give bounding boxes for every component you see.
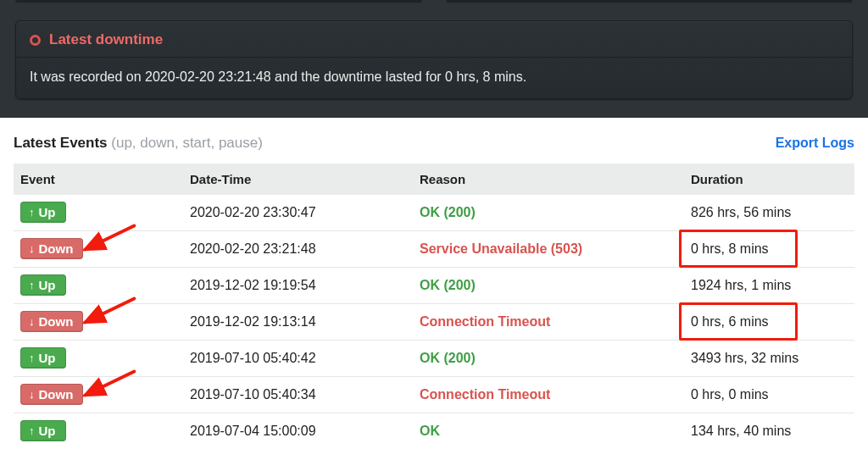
status-badge-down: ↓Down [20,311,83,332]
table-row: ↑Up2019-07-10 05:40:42OK (200)3493 hrs, … [14,341,854,377]
cell-duration: 3493 hrs, 32 mins [684,341,854,377]
stub-left [15,0,422,3]
th-event: Event [14,163,183,195]
latest-downtime-header: Latest downtime [16,21,852,58]
cell-event: ↑Up [14,413,183,450]
record-icon [30,35,41,46]
table-row: ↓Down2020-02-20 23:21:48Service Unavaila… [14,231,854,268]
events-heading: Latest Events (up, down, start, pause) [14,135,263,152]
events-section-header: Latest Events (up, down, start, pause) E… [0,118,868,158]
status-badge-label: Down [39,241,74,256]
events-heading-text: Latest Events [14,135,108,151]
panel-stubs [15,0,853,7]
arrow-up-icon: ↑ [29,352,35,363]
cell-datetime: 2019-07-10 05:40:42 [183,341,413,377]
arrow-down-icon: ↓ [29,316,35,327]
cell-duration: 0 hrs, 8 mins [684,231,854,268]
arrow-up-icon: ↑ [29,425,35,436]
reason-error: Connection Timeout [420,387,550,402]
reason-ok: OK [420,424,440,438]
cell-datetime: 2020-02-20 23:30:47 [183,195,413,231]
cell-reason: OK (200) [413,195,684,231]
reason-ok: OK (200) [420,205,476,219]
cell-reason: Connection Timeout [413,377,684,413]
status-badge-up: ↑Up [20,420,66,441]
cell-reason: OK (200) [413,341,684,377]
table-row: ↑Up2020-02-20 23:30:47OK (200)826 hrs, 5… [14,195,854,231]
arrow-up-icon: ↑ [29,280,35,291]
cell-datetime: 2019-07-10 05:40:34 [183,377,413,413]
events-table: Event Date-Time Reason Duration ↑Up2020-… [14,163,854,449]
latest-downtime-title: Latest downtime [49,31,163,48]
cell-duration: 1924 hrs, 1 mins [684,268,854,304]
arrow-down-icon: ↓ [29,389,35,400]
status-badge-label: Up [39,278,56,292]
cell-datetime: 2019-07-04 15:00:09 [183,413,413,450]
cell-datetime: 2020-02-20 23:21:48 [183,231,413,268]
reason-ok: OK (200) [420,351,476,365]
status-badge-down: ↓Down [20,238,83,259]
cell-event: ↓Down [14,377,183,413]
status-badge-label: Down [39,387,74,402]
cell-duration: 0 hrs, 0 mins [684,377,854,413]
events-table-wrap: Event Date-Time Reason Duration ↑Up2020-… [0,163,868,449]
reason-ok: OK (200) [420,278,476,292]
cell-duration: 826 hrs, 56 mins [684,195,854,231]
arrow-down-icon: ↓ [29,243,35,254]
cell-event: ↑Up [14,268,183,304]
cell-datetime: 2019-12-02 19:13:14 [183,304,413,341]
reason-error: Connection Timeout [420,314,550,329]
cell-event: ↑Up [14,341,183,377]
status-badge-up: ↑Up [20,347,66,368]
export-logs-link[interactable]: Export Logs [776,136,854,151]
status-badge-label: Up [39,205,56,219]
th-duration: Duration [684,163,854,195]
latest-downtime-card: Latest downtime It was recorded on 2020-… [15,20,853,99]
table-row: ↑Up2019-07-04 15:00:09OK134 hrs, 40 mins [14,413,854,450]
status-badge-label: Up [39,424,56,438]
status-badge-label: Down [39,314,74,329]
cell-reason: Service Unavailable (503) [413,231,684,268]
arrow-up-icon: ↑ [29,207,35,218]
status-badge-down: ↓Down [20,384,83,405]
cell-event: ↓Down [14,231,183,268]
cell-duration: 0 hrs, 6 mins [684,304,854,341]
table-row: ↓Down2019-12-02 19:13:14Connection Timeo… [14,304,854,341]
th-datetime: Date-Time [183,163,413,195]
cell-event: ↓Down [14,304,183,341]
events-heading-hint: (up, down, start, pause) [111,135,263,151]
table-row: ↓Down2019-07-10 05:40:34Connection Timeo… [14,377,854,413]
th-reason: Reason [413,163,684,195]
cell-event: ↑Up [14,195,183,231]
cell-datetime: 2019-12-02 19:19:54 [183,268,413,304]
latest-downtime-message: It was recorded on 2020-02-20 23:21:48 a… [16,58,852,98]
status-badge-up: ↑Up [20,202,66,223]
cell-reason: Connection Timeout [413,304,684,341]
cell-reason: OK (200) [413,268,684,304]
stub-right [446,0,853,3]
cell-reason: OK [413,413,684,450]
status-badge-label: Up [39,351,56,365]
status-badge-up: ↑Up [20,274,66,296]
reason-error: Service Unavailable (503) [420,241,582,256]
table-row: ↑Up2019-12-02 19:19:54OK (200)1924 hrs, … [14,268,854,304]
top-dark-panel: Latest downtime It was recorded on 2020-… [0,0,868,118]
cell-duration: 134 hrs, 40 mins [684,413,854,450]
